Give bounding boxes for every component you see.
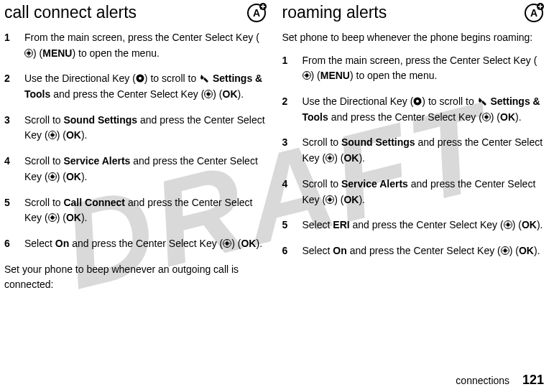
text-run: ). [537, 219, 543, 230]
step-number: 6 [282, 243, 294, 259]
bold-label: OK [500, 111, 515, 123]
step-number: 1 [282, 53, 294, 84]
page-footer: connections 121 [456, 373, 544, 388]
center-key-icon [504, 218, 512, 227]
step-text: Scroll to Service Alerts and press the C… [24, 154, 267, 185]
settings-tools-icon [477, 95, 488, 106]
bold-label: MENU [42, 47, 72, 59]
step-text: Select ERI and press the Center Select K… [303, 218, 545, 233]
text-run: ). [238, 88, 244, 100]
bold-label: MENU [320, 70, 350, 81]
svg-point-29 [484, 115, 488, 118]
text-run: From the main screen, press the Center S… [303, 55, 537, 66]
svg-text:A: A [530, 7, 537, 19]
text-run: ) to scroll to [144, 73, 199, 84]
bold-label: OK [66, 129, 81, 141]
center-key-icon [501, 244, 509, 253]
bold-label: OK [519, 245, 534, 256]
text-run: Use the Directional Key ( [24, 73, 136, 84]
bold-label: OK [522, 219, 537, 230]
step-text: Scroll to Call Connect and press the Cen… [24, 195, 267, 226]
step-text: Scroll to Service Alerts and press the C… [303, 177, 545, 207]
left-steps: 1 From the main screen, press the Center… [4, 30, 267, 252]
page-number: 121 [522, 373, 544, 387]
list-item: 6 Select On and press the Center Select … [282, 243, 545, 259]
text-run: Use the Directional Key ( [303, 95, 414, 107]
svg-point-8 [139, 77, 142, 80]
bold-label: OK [241, 238, 256, 249]
text-run: ). [81, 129, 88, 141]
list-item: 1 From the main screen, press the Center… [4, 30, 267, 61]
right-title: roaming alerts [282, 3, 387, 22]
left-column: call connect alerts A" 1 From the main s… [4, 3, 267, 300]
step-number: 3 [282, 135, 294, 166]
bold-label: OK [223, 88, 238, 100]
right-intro: Set phone to beep whenever the phone beg… [282, 30, 545, 46]
text-run: ). [534, 245, 540, 256]
text-run: ). [81, 171, 88, 182]
list-item: 4 Scroll to Service Alerts and press the… [4, 154, 267, 185]
step-text: Select On and press the Center Select Ke… [303, 243, 545, 259]
step-text: From the main screen, press the Center S… [303, 53, 545, 84]
bold-label: Call Connect [63, 197, 125, 208]
step-number: 4 [282, 177, 294, 207]
center-key-icon [223, 237, 231, 246]
settings-tools-icon [199, 73, 210, 83]
text-run: ). [81, 212, 88, 223]
text-run: and press the Center Select Key ( [347, 245, 501, 256]
list-item: 5 Select ERI and press the Center Select… [282, 218, 545, 233]
section-label: connections [456, 375, 509, 386]
bold-label: ERI [333, 219, 349, 230]
svg-text:A: A [252, 7, 259, 19]
svg-point-31 [328, 157, 332, 160]
text-run: Scroll to [303, 178, 341, 190]
list-item: 3 Scroll to Sound Settings and press the… [282, 135, 545, 166]
step-number: 5 [282, 218, 294, 233]
center-key-icon [326, 193, 334, 202]
step-number: 1 [4, 30, 16, 61]
bold-label: Service Alerts [341, 178, 408, 190]
bold-label: Sound Settings [63, 114, 137, 126]
text-run: Select [303, 219, 333, 230]
svg-point-10 [207, 93, 211, 96]
svg-point-18 [226, 241, 229, 245]
text-run: ) ( [33, 47, 42, 59]
bold-label: OK [343, 152, 359, 164]
text-run: Scroll to [24, 155, 63, 167]
text-run: Scroll to [24, 197, 63, 208]
feature-badge-icon: A" [246, 3, 267, 23]
center-key-icon [303, 69, 311, 78]
step-number: 4 [4, 154, 16, 185]
step-number: 3 [4, 113, 16, 144]
bold-label: On [55, 238, 69, 249]
step-number: 2 [4, 71, 16, 102]
left-header: call connect alerts A" [4, 3, 267, 23]
center-key-icon [48, 170, 57, 179]
svg-point-12 [50, 134, 54, 137]
step-text: Scroll to Sound Settings and press the C… [303, 135, 545, 166]
text-run: ) to open the menu. [72, 47, 159, 59]
left-title: call connect alerts [4, 3, 137, 22]
page-content: call connect alerts A" 1 From the main s… [0, 0, 554, 300]
list-item: 2 Use the Directional Key () to scroll t… [282, 94, 545, 125]
right-steps: 1 From the main screen, press the Center… [282, 53, 545, 259]
text-run: ) to open the menu. [350, 70, 437, 81]
text-run: Select [303, 245, 333, 256]
list-item: 6 Select On and press the Center Select … [4, 236, 267, 252]
bold-label: OK [343, 194, 359, 205]
center-key-icon [48, 129, 57, 137]
step-number: 2 [282, 94, 294, 125]
right-column: roaming alerts A" Set phone to beep when… [282, 3, 545, 300]
svg-point-37 [503, 248, 507, 252]
text-run: and press the Center Select Key ( [69, 238, 223, 249]
text-run: ). [256, 238, 262, 249]
step-number: 6 [4, 236, 16, 252]
directional-key-icon [413, 95, 422, 103]
list-item: 4 Scroll to Service Alerts and press the… [282, 177, 545, 207]
list-item: 5 Scroll to Call Connect and press the C… [4, 195, 267, 226]
svg-point-6 [27, 51, 31, 55]
center-key-icon [24, 47, 33, 55]
svg-point-16 [50, 216, 54, 220]
text-run: ). [359, 152, 365, 164]
bold-label: Sound Settings [341, 136, 415, 148]
